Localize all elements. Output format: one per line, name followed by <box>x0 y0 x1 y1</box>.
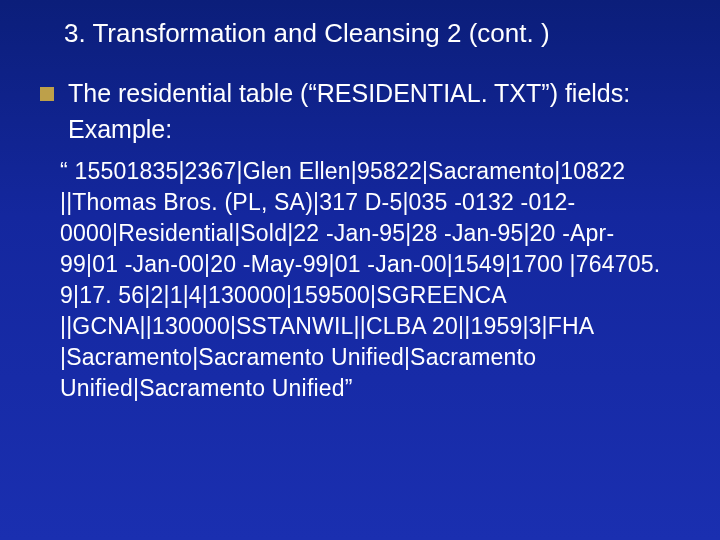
example-body: “ 15501835|2367|Glen Ellen|95822|Sacrame… <box>60 156 670 404</box>
example-label: Example: <box>68 115 680 144</box>
intro-text: The residential table (“RESIDENTIAL. TXT… <box>68 77 630 111</box>
intro-row: The residential table (“RESIDENTIAL. TXT… <box>40 77 680 111</box>
slide: 3. Transformation and Cleansing 2 (cont.… <box>0 0 720 540</box>
slide-title: 3. Transformation and Cleansing 2 (cont.… <box>64 18 680 49</box>
bullet-icon <box>40 87 54 101</box>
